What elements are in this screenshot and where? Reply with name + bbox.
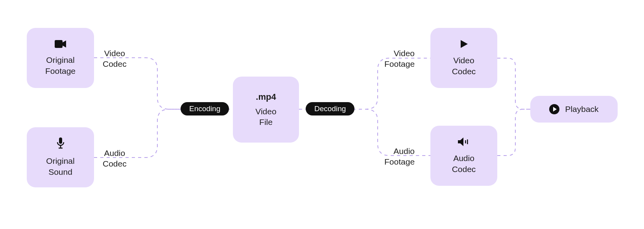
node-video-file: .mp4 Video File (233, 77, 299, 143)
play-circle-icon (549, 104, 559, 114)
svg-rect-4 (465, 140, 466, 143)
edge-label-video-codec-in: Video Codec (103, 48, 127, 70)
volume-icon (458, 137, 470, 149)
node-original-footage: Original Footage (27, 28, 94, 88)
node-label: Playback (565, 104, 598, 114)
edge-label-video-footage: Video Footage (384, 48, 415, 70)
node-original-sound: Original Sound (27, 127, 94, 187)
pill-encoding: Encoding (181, 102, 229, 115)
node-label: File (259, 117, 273, 127)
diagram-canvas: Original Footage Original Sound Video Co… (0, 0, 644, 229)
edge-label-audio-footage: Audio Footage (384, 146, 415, 167)
pill-decoding: Decoding (306, 102, 354, 115)
node-label: Footage (45, 66, 76, 76)
node-audio-codec: Audio Codec (430, 126, 497, 186)
edge-label-audio-codec-in: Audio Codec (103, 148, 127, 169)
svg-rect-1 (59, 137, 62, 144)
node-label: Original (46, 156, 74, 166)
node-label: Audio (453, 153, 474, 163)
node-video-codec: Video Codec (430, 28, 497, 88)
node-title: .mp4 (256, 92, 276, 103)
node-playback: Playback (530, 96, 618, 123)
node-label: Original (46, 55, 74, 65)
node-label: Sound (48, 167, 72, 177)
video-camera-icon (55, 40, 66, 51)
node-label: Video (453, 55, 474, 66)
node-label: Codec (452, 66, 476, 77)
play-icon (459, 39, 469, 51)
microphone-icon (56, 137, 65, 152)
node-label: Codec (452, 164, 476, 174)
svg-rect-0 (55, 40, 63, 48)
node-label: Video (255, 106, 276, 117)
svg-rect-5 (467, 139, 468, 144)
